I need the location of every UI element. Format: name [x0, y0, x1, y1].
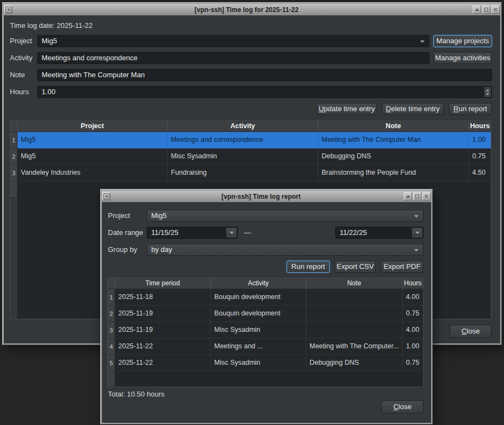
cell-note: Brainstorming the People Fund — [318, 165, 469, 181]
cell-hours: 4.00 — [403, 322, 423, 338]
cell-hours: 4.50 — [469, 165, 491, 181]
shade-button[interactable] — [404, 192, 412, 200]
export-csv-button[interactable]: Export CSV — [335, 261, 376, 273]
report-content: Project Mig5 Date range 11/15/25 — 11/22… — [102, 202, 431, 423]
table-corner-cell — [10, 121, 18, 132]
table-row[interactable]: 3 2025-11-19 Misc Sysadmin 4.00 — [108, 322, 423, 338]
date-from-value: 11/15/25 — [151, 228, 179, 237]
cell-activity: Meetings and correspondence — [168, 132, 318, 148]
date-range-separator: — — [244, 227, 251, 239]
table-row[interactable]: 1 2025-11-18 Bouquin development 4.00 — [108, 289, 423, 306]
date-range-label: Date range — [108, 227, 143, 239]
cell-hours: 1.00 — [469, 132, 491, 148]
close-icon: ✕ — [424, 194, 428, 199]
note-label: Note — [10, 69, 25, 81]
hours-label: Hours — [10, 86, 29, 98]
titlebar-buttons: ✕ — [404, 192, 431, 200]
close-window-button[interactable]: ✕ — [491, 5, 500, 14]
group-by-label: Group by — [108, 244, 137, 256]
column-header-hours[interactable]: Hours — [469, 121, 491, 132]
cell-note — [306, 306, 403, 322]
table-row[interactable]: 2 Mig5 Misc Sysadmin Debugging DNS 0.75 — [10, 148, 491, 165]
report-window-title: [vpn-ssh] Time log report — [124, 193, 398, 200]
total-hours-label: Total: 10.50 hours — [108, 388, 164, 400]
maximize-icon — [415, 194, 419, 198]
hours-value: 1.00 — [42, 88, 55, 96]
table-empty-space — [115, 371, 423, 387]
cell-time-period: 2025-11-19 — [115, 322, 211, 338]
date-dropdown-button[interactable] — [226, 228, 237, 238]
row-number: 1 — [108, 289, 115, 306]
project-label: Project — [10, 35, 32, 47]
row-number: 4 — [108, 338, 115, 355]
table-row[interactable]: 2 2025-11-19 Bouquin development 0.75 — [108, 306, 423, 322]
dropdown-arrow-icon — [420, 41, 425, 43]
column-header-activity[interactable]: Activity — [168, 121, 318, 132]
row-number: 3 — [108, 322, 115, 338]
row-number: 2 — [10, 148, 18, 165]
spin-down-icon — [486, 93, 489, 95]
column-header-note[interactable]: Note — [306, 278, 403, 289]
cell-time-period: 2025-11-18 — [115, 289, 211, 306]
date-to-picker[interactable]: 11/22/25 — [335, 227, 423, 239]
column-header-project[interactable]: Project — [18, 121, 168, 132]
table-row[interactable]: 3 Vandeley Industries Fundraising Brains… — [10, 165, 491, 181]
group-by-combobox[interactable]: by day — [147, 244, 423, 256]
dropdown-arrow-icon — [414, 249, 419, 251]
window-menu-button[interactable] — [102, 192, 111, 200]
row-number: 1 — [10, 132, 18, 148]
note-input[interactable]: Meeting with The Computer Man — [37, 69, 492, 81]
export-pdf-button[interactable]: Export PDF — [381, 261, 423, 273]
table-row[interactable]: 5 2025-11-22 Misc Sysadmin Debugging DNS… — [108, 355, 423, 371]
shade-icon — [475, 8, 479, 11]
cell-note: Debugging DNS — [306, 355, 403, 371]
cell-note: Debugging DNS — [318, 148, 469, 165]
project-value: Mig5 — [42, 37, 57, 45]
report-window: [vpn-ssh] Time log report ✕ Project Mig5… — [100, 189, 433, 424]
date-from-picker[interactable]: 11/15/25 — [147, 227, 238, 239]
column-header-activity[interactable]: Activity — [211, 278, 306, 289]
close-window-button[interactable]: ✕ — [422, 192, 431, 200]
activity-input[interactable]: Meetings and correspondence — [37, 52, 429, 64]
main-titlebar[interactable]: [vpn-ssh] Time log for 2025-11-22 ✕ — [4, 4, 500, 15]
table-row[interactable]: 4 2025-11-22 Meetings and ... Meeting wi… — [108, 338, 423, 355]
cell-activity: Misc Sysadmin — [211, 322, 306, 338]
report-project-combobox[interactable]: Mig5 — [147, 210, 423, 222]
hours-spinbox[interactable]: 1.00 — [37, 86, 492, 98]
close-button[interactable]: Close — [450, 325, 491, 338]
date-dropdown-button[interactable] — [411, 228, 422, 238]
spinner-buttons[interactable] — [484, 87, 491, 97]
report-titlebar[interactable]: [vpn-ssh] Time log report ✕ — [102, 191, 431, 202]
dropdown-arrow-icon — [414, 215, 419, 217]
cell-note: Meeting with The Computer Man — [318, 132, 469, 148]
manage-projects-button[interactable]: Manage projects — [433, 35, 492, 47]
row-header-stub — [10, 181, 17, 198]
column-header-time-period[interactable]: Time period — [115, 278, 211, 289]
manage-activities-button[interactable]: Manage activities — [433, 52, 492, 64]
group-by-value: by day — [151, 245, 172, 254]
maximize-icon — [484, 8, 488, 12]
table-row[interactable]: 1 Mig5 Meetings and correspondence Meeti… — [10, 132, 491, 148]
maximize-button[interactable] — [413, 192, 421, 200]
close-icon: ✕ — [493, 7, 497, 13]
shade-button[interactable] — [473, 5, 481, 14]
update-time-entry-button[interactable]: Update time entry — [317, 103, 377, 115]
delete-time-entry-button[interactable]: Delete time entry — [382, 103, 444, 115]
cell-activity: Meetings and ... — [211, 338, 306, 355]
report-close-button[interactable]: Close — [381, 400, 423, 413]
date-to-value: 11/22/25 — [340, 228, 367, 237]
project-label: Project — [108, 210, 130, 222]
column-header-hours[interactable]: Hours — [403, 278, 423, 289]
activity-label: Activity — [10, 52, 32, 64]
window-menu-button[interactable] — [4, 5, 13, 14]
run-report-button[interactable]: Run report — [449, 103, 492, 115]
table-empty-area — [108, 371, 423, 387]
maximize-button[interactable] — [482, 5, 490, 14]
row-header-strip — [108, 371, 115, 387]
table-header-row: Time period Activity Note Hours — [108, 278, 423, 289]
window-menu-icon — [104, 193, 110, 199]
project-combobox[interactable]: Mig5 — [37, 35, 429, 47]
column-header-note[interactable]: Note — [318, 121, 469, 132]
report-run-report-button[interactable]: Run report — [287, 261, 330, 273]
table-corner-cell — [108, 278, 115, 289]
